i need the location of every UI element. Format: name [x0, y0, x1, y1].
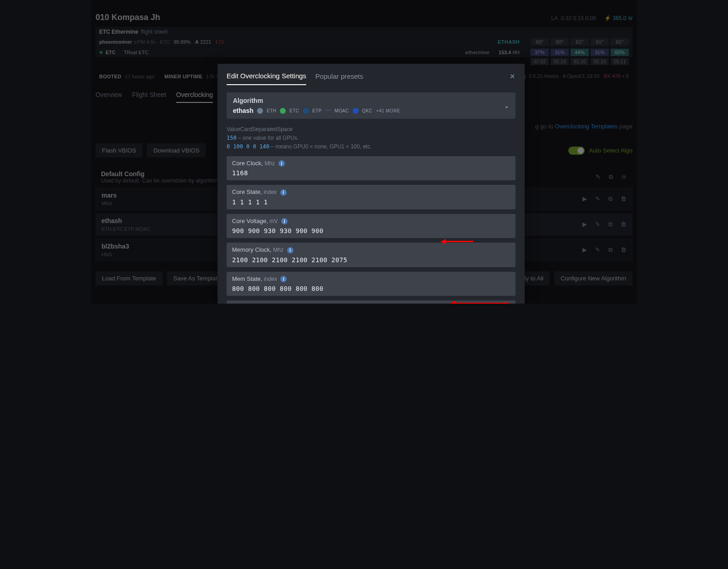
overclocking-modal: Edit Overclocking Settings Popular prese… [217, 64, 525, 304]
info-icon[interactable]: i [278, 160, 285, 167]
modal-tab-edit[interactable]: Edit Overclocking Settings [227, 72, 306, 85]
modal-tab-presets[interactable]: Popular presets [315, 72, 363, 85]
core-clock-field[interactable]: Core Clock, Mhz i 1168 [227, 156, 516, 181]
memory-clock-field[interactable]: Memory Clock, Mhz i 2100 2100 2100 2100 … [227, 243, 516, 267]
info-icon[interactable]: i [287, 247, 293, 254]
close-icon[interactable]: ✕ [510, 72, 516, 85]
chevron-down-icon: ⌄ [504, 102, 509, 109]
mem-state-field[interactable]: Mem State, index i 800 800 800 800 800 8… [227, 272, 516, 296]
info-icon[interactable]: i [280, 276, 287, 282]
fan-field[interactable]: Fan, % i 50 50 50 50 50 50 [227, 300, 516, 304]
info-icon[interactable]: i [281, 218, 288, 224]
info-icon[interactable]: i [280, 189, 287, 196]
core-state-field[interactable]: Core State, index i 1 1 1 1 1 [227, 185, 516, 209]
value-hint: ValueCardSeparatedSpace 150 – one value … [227, 125, 516, 152]
algorithm-select[interactable]: Algorithm ethash ETH ETC ETP 〰MOAC QKC +… [227, 92, 516, 119]
core-voltage-field[interactable]: Core Voltage, mV i 900 900 930 930 900 9… [227, 214, 516, 239]
